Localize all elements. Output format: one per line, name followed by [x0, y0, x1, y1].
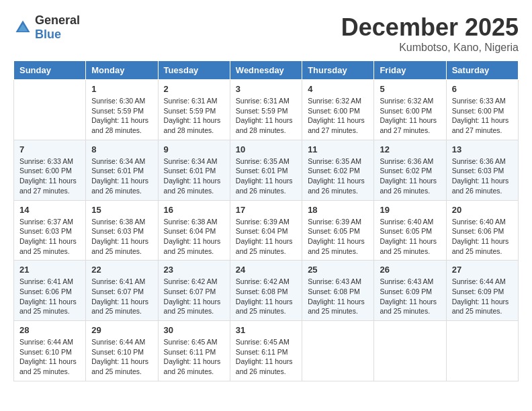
day-number: 19 — [380, 205, 440, 215]
calendar-day-cell: 30Sunrise: 6:45 AMSunset: 6:11 PMDayligh… — [158, 321, 230, 381]
calendar-day-cell: 18Sunrise: 6:39 AMSunset: 6:05 PMDayligh… — [302, 200, 374, 261]
day-number: 23 — [164, 265, 224, 275]
calendar-day-cell: 6Sunrise: 6:33 AMSunset: 6:00 PMDaylight… — [446, 80, 518, 140]
day-number: 1 — [91, 84, 152, 94]
logo: General Blue — [13, 13, 80, 42]
calendar-header-cell: Wednesday — [230, 61, 302, 80]
day-info: Sunrise: 6:44 AMSunset: 6:10 PMDaylight:… — [91, 337, 152, 377]
calendar-day-cell: 27Sunrise: 6:44 AMSunset: 6:09 PMDayligh… — [446, 261, 518, 321]
day-number: 6 — [452, 84, 513, 94]
logo-text-blue: Blue — [35, 28, 61, 41]
day-number: 28 — [19, 325, 80, 335]
calendar-day-cell: 20Sunrise: 6:40 AMSunset: 6:06 PMDayligh… — [446, 200, 518, 261]
day-info: Sunrise: 6:32 AMSunset: 6:00 PMDaylight:… — [380, 96, 440, 136]
calendar-day-cell: 19Sunrise: 6:40 AMSunset: 6:05 PMDayligh… — [374, 200, 446, 261]
calendar-day-cell: 21Sunrise: 6:41 AMSunset: 6:06 PMDayligh… — [14, 261, 86, 321]
calendar-day-cell: 16Sunrise: 6:38 AMSunset: 6:04 PMDayligh… — [158, 200, 230, 261]
calendar-header-cell: Friday — [374, 61, 446, 80]
day-info: Sunrise: 6:35 AMSunset: 6:02 PMDaylight:… — [308, 156, 368, 196]
calendar-week-row: 28Sunrise: 6:44 AMSunset: 6:10 PMDayligh… — [14, 321, 519, 381]
calendar-day-cell: 7Sunrise: 6:33 AMSunset: 6:00 PMDaylight… — [14, 140, 86, 200]
day-number: 25 — [308, 265, 368, 275]
day-info: Sunrise: 6:35 AMSunset: 6:01 PMDaylight:… — [236, 156, 296, 196]
calendar-header-cell: Sunday — [14, 61, 86, 80]
day-info: Sunrise: 6:30 AMSunset: 5:59 PMDaylight:… — [91, 96, 152, 136]
calendar-week-row: 7Sunrise: 6:33 AMSunset: 6:00 PMDaylight… — [14, 140, 519, 200]
calendar-day-cell: 31Sunrise: 6:45 AMSunset: 6:11 PMDayligh… — [230, 321, 302, 381]
calendar-header-cell: Thursday — [302, 61, 374, 80]
day-info: Sunrise: 6:36 AMSunset: 6:03 PMDaylight:… — [452, 156, 513, 196]
day-info: Sunrise: 6:43 AMSunset: 6:08 PMDaylight:… — [308, 277, 368, 316]
day-info: Sunrise: 6:36 AMSunset: 6:02 PMDaylight:… — [380, 156, 440, 196]
day-info: Sunrise: 6:38 AMSunset: 6:03 PMDaylight:… — [91, 217, 152, 257]
day-number: 12 — [380, 144, 440, 154]
calendar-day-cell: 15Sunrise: 6:38 AMSunset: 6:03 PMDayligh… — [86, 200, 158, 261]
page-header: General Blue December 2025 Kumbotso, Kan… — [13, 13, 519, 54]
calendar-day-cell: 29Sunrise: 6:44 AMSunset: 6:10 PMDayligh… — [86, 321, 158, 381]
day-number: 30 — [164, 325, 224, 335]
day-number: 13 — [452, 144, 513, 154]
day-info: Sunrise: 6:45 AMSunset: 6:11 PMDaylight:… — [236, 337, 296, 377]
calendar-day-cell: 12Sunrise: 6:36 AMSunset: 6:02 PMDayligh… — [374, 140, 446, 200]
day-info: Sunrise: 6:44 AMSunset: 6:10 PMDaylight:… — [19, 337, 80, 377]
day-info: Sunrise: 6:31 AMSunset: 5:59 PMDaylight:… — [236, 96, 296, 136]
day-number: 29 — [91, 325, 152, 335]
calendar-header-row: SundayMondayTuesdayWednesdayThursdayFrid… — [14, 61, 519, 80]
calendar-day-cell: 11Sunrise: 6:35 AMSunset: 6:02 PMDayligh… — [302, 140, 374, 200]
day-number: 31 — [236, 325, 296, 335]
calendar-week-row: 14Sunrise: 6:37 AMSunset: 6:03 PMDayligh… — [14, 200, 519, 261]
month-title: December 2025 — [341, 13, 519, 42]
day-number: 10 — [236, 144, 296, 154]
day-info: Sunrise: 6:41 AMSunset: 6:07 PMDaylight:… — [91, 277, 152, 316]
location-title: Kumbotso, Kano, Nigeria — [341, 42, 519, 54]
day-number: 27 — [452, 265, 513, 275]
calendar-day-cell: 22Sunrise: 6:41 AMSunset: 6:07 PMDayligh… — [86, 261, 158, 321]
day-info: Sunrise: 6:44 AMSunset: 6:09 PMDaylight:… — [452, 277, 513, 316]
calendar-day-cell: 23Sunrise: 6:42 AMSunset: 6:07 PMDayligh… — [158, 261, 230, 321]
day-number: 15 — [91, 205, 152, 215]
calendar-header-cell: Saturday — [446, 61, 518, 80]
day-number: 8 — [91, 144, 152, 154]
day-info: Sunrise: 6:40 AMSunset: 6:06 PMDaylight:… — [452, 217, 513, 257]
calendar-week-row: 1Sunrise: 6:30 AMSunset: 5:59 PMDaylight… — [14, 80, 519, 140]
day-info: Sunrise: 6:42 AMSunset: 6:08 PMDaylight:… — [236, 277, 296, 316]
calendar-day-cell: 3Sunrise: 6:31 AMSunset: 5:59 PMDaylight… — [230, 80, 302, 140]
calendar-day-cell: 9Sunrise: 6:34 AMSunset: 6:01 PMDaylight… — [158, 140, 230, 200]
calendar-day-cell: 17Sunrise: 6:39 AMSunset: 6:04 PMDayligh… — [230, 200, 302, 261]
day-info: Sunrise: 6:45 AMSunset: 6:11 PMDaylight:… — [164, 337, 224, 377]
day-info: Sunrise: 6:40 AMSunset: 6:05 PMDaylight:… — [380, 217, 440, 257]
day-number: 26 — [380, 265, 440, 275]
day-info: Sunrise: 6:38 AMSunset: 6:04 PMDaylight:… — [164, 217, 224, 257]
calendar-header-cell: Tuesday — [158, 61, 230, 80]
day-number: 18 — [308, 205, 368, 215]
day-info: Sunrise: 6:34 AMSunset: 6:01 PMDaylight:… — [164, 156, 224, 196]
calendar-day-cell — [302, 321, 374, 381]
calendar-header-cell: Monday — [86, 61, 158, 80]
calendar-day-cell: 5Sunrise: 6:32 AMSunset: 6:00 PMDaylight… — [374, 80, 446, 140]
calendar-day-cell: 4Sunrise: 6:32 AMSunset: 6:00 PMDaylight… — [302, 80, 374, 140]
calendar-day-cell: 8Sunrise: 6:34 AMSunset: 6:01 PMDaylight… — [86, 140, 158, 200]
logo-icon — [13, 18, 32, 37]
day-info: Sunrise: 6:33 AMSunset: 6:00 PMDaylight:… — [452, 96, 513, 136]
day-number: 16 — [164, 205, 224, 215]
day-number: 22 — [91, 265, 152, 275]
calendar-day-cell: 1Sunrise: 6:30 AMSunset: 5:59 PMDaylight… — [86, 80, 158, 140]
day-info: Sunrise: 6:37 AMSunset: 6:03 PMDaylight:… — [19, 217, 80, 257]
calendar-day-cell: 25Sunrise: 6:43 AMSunset: 6:08 PMDayligh… — [302, 261, 374, 321]
calendar-day-cell — [14, 80, 86, 140]
logo-text-general: General — [35, 13, 80, 27]
calendar-day-cell: 10Sunrise: 6:35 AMSunset: 6:01 PMDayligh… — [230, 140, 302, 200]
calendar-day-cell — [446, 321, 518, 381]
calendar-day-cell — [374, 321, 446, 381]
day-info: Sunrise: 6:41 AMSunset: 6:06 PMDaylight:… — [19, 277, 80, 316]
calendar-day-cell: 14Sunrise: 6:37 AMSunset: 6:03 PMDayligh… — [14, 200, 86, 261]
day-number: 24 — [236, 265, 296, 275]
day-number: 4 — [308, 84, 368, 94]
day-info: Sunrise: 6:39 AMSunset: 6:04 PMDaylight:… — [236, 217, 296, 257]
day-info: Sunrise: 6:34 AMSunset: 6:01 PMDaylight:… — [91, 156, 152, 196]
day-number: 14 — [19, 205, 80, 215]
calendar-day-cell: 24Sunrise: 6:42 AMSunset: 6:08 PMDayligh… — [230, 261, 302, 321]
day-info: Sunrise: 6:39 AMSunset: 6:05 PMDaylight:… — [308, 217, 368, 257]
day-info: Sunrise: 6:31 AMSunset: 5:59 PMDaylight:… — [164, 96, 224, 136]
title-block: December 2025 Kumbotso, Kano, Nigeria — [341, 13, 519, 54]
